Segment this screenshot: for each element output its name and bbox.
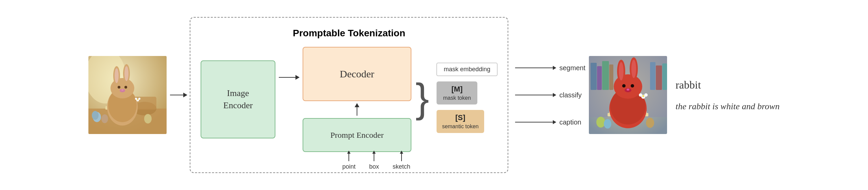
input-arrows-row: point box sketch	[342, 151, 410, 170]
mask-embedding-row: mask embedding	[437, 60, 497, 79]
svg-point-13	[124, 66, 129, 81]
prompt-to-decoder-arrow-container	[357, 101, 357, 118]
svg-point-54	[646, 118, 654, 128]
decoder-prompt-section: Decoder Prompt Encoder	[303, 47, 411, 152]
caption-result-label: the rabbit is white and brown	[676, 101, 780, 112]
input-arrow	[170, 95, 187, 95]
semantic-token-label: [S]	[455, 113, 465, 122]
segment-arrow	[515, 68, 556, 68]
semantic-token-sublabel: semantic token	[442, 124, 479, 130]
svg-rect-32	[650, 62, 656, 90]
sketch-label: sketch	[393, 163, 410, 170]
mask-token-label: [M]	[452, 85, 463, 94]
input-arrow-line	[170, 95, 187, 95]
svg-point-25	[137, 99, 138, 100]
input-arrows-container: point box sketch	[342, 151, 410, 170]
svg-point-24	[138, 98, 140, 100]
svg-rect-28	[591, 63, 597, 90]
dashed-box: Promptable Tokenization ImageEncoder Dec…	[190, 17, 508, 173]
svg-point-23	[135, 98, 137, 100]
results-section: rabbit the rabbit is white and brown	[667, 79, 780, 112]
encoder-decoder-arrow-line	[279, 77, 299, 78]
decoder-label: Decoder	[340, 68, 374, 80]
svg-rect-33	[656, 65, 662, 90]
svg-rect-34	[662, 63, 667, 90]
sketch-input: sketch	[393, 151, 410, 170]
box-arrow	[374, 151, 374, 161]
svg-point-52	[596, 117, 605, 128]
dashed-box-inner: ImageEncoder Decoder Prompt Encoder	[201, 47, 497, 152]
curly-brace: }	[415, 77, 429, 118]
main-container: Promptable Tokenization ImageEncoder Dec…	[0, 0, 868, 190]
segment-label: segment	[559, 64, 585, 72]
mask-token-row: [M] mask token	[437, 79, 497, 107]
image-encoder-label: ImageEncoder	[223, 87, 253, 112]
svg-point-11	[115, 68, 119, 83]
svg-point-17	[121, 89, 123, 91]
diagram-title: Promptable Tokenization	[293, 28, 405, 39]
decoder-box: Decoder	[303, 47, 411, 101]
sketch-arrow	[401, 151, 402, 161]
point-input: point	[342, 151, 356, 170]
box-label: box	[369, 163, 379, 170]
point-arrow	[348, 151, 349, 161]
svg-point-47	[627, 89, 629, 91]
svg-point-20	[101, 114, 108, 123]
point-label: point	[342, 163, 356, 170]
svg-rect-30	[602, 61, 609, 90]
caption-output-row: caption	[515, 118, 581, 126]
svg-point-14	[118, 86, 120, 89]
svg-point-19	[92, 111, 99, 120]
semantic-token-row: [S] semantic token	[437, 107, 497, 136]
mask-embedding-box: mask embedding	[437, 63, 497, 76]
svg-point-51	[642, 95, 644, 97]
prompt-encoder-label: Prompt Encoder	[330, 131, 384, 140]
segment-output-row: segment	[515, 64, 585, 72]
input-scene-svg	[88, 56, 167, 134]
mask-token-box: [M] mask token	[437, 81, 477, 104]
classify-arrow	[515, 95, 556, 95]
svg-point-15	[124, 86, 127, 89]
tokens-section: mask embedding [M] mask token [S] semant…	[433, 60, 497, 136]
caption-arrow	[515, 122, 556, 122]
output-scene-svg	[589, 56, 667, 134]
output-image	[589, 56, 667, 134]
mask-embedding-label: mask embedding	[444, 66, 490, 73]
output-section: segment classify caption	[515, 54, 585, 136]
box-input: box	[369, 151, 379, 170]
class-result-label: rabbit	[676, 79, 780, 91]
semantic-token-box: [S] semantic token	[437, 110, 484, 133]
svg-point-45	[631, 84, 634, 88]
encoder-to-decoder-arrow	[279, 77, 299, 78]
svg-point-41	[619, 62, 624, 80]
svg-point-21	[144, 114, 152, 124]
mask-token-sublabel: mask token	[443, 95, 471, 101]
input-image	[88, 56, 167, 134]
caption-label: caption	[559, 118, 581, 126]
image-encoder-box: ImageEncoder	[201, 60, 275, 138]
svg-point-49	[639, 93, 642, 97]
prompt-to-decoder-arrow	[357, 103, 357, 116]
curly-brace-container: }	[413, 77, 431, 118]
svg-point-50	[644, 93, 648, 97]
classify-output-row: classify	[515, 91, 582, 99]
prompt-encoder-box: Prompt Encoder	[303, 118, 411, 152]
svg-rect-31	[609, 64, 613, 90]
svg-point-53	[604, 119, 611, 129]
svg-point-44	[622, 84, 626, 88]
svg-point-43	[631, 60, 636, 78]
svg-rect-29	[597, 66, 602, 90]
classify-label: classify	[559, 91, 582, 99]
